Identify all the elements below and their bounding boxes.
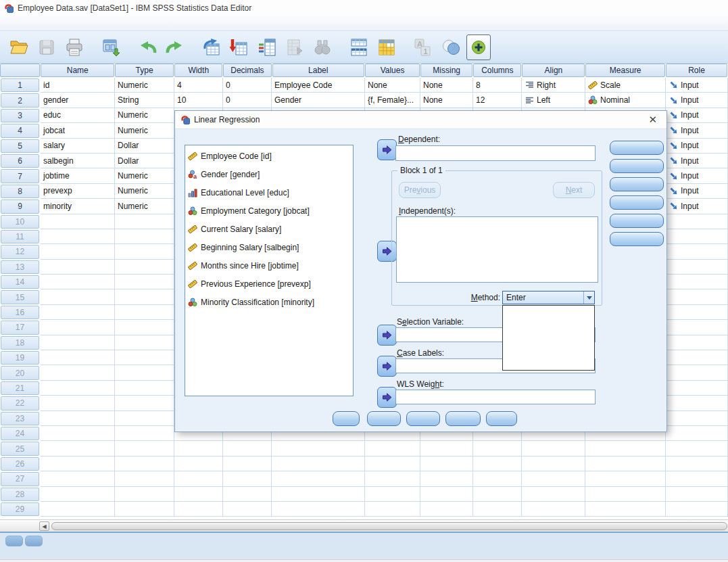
run-descriptives-icon[interactable] (283, 34, 307, 60)
variable-list-item[interactable]: Educational Level [educ] (185, 183, 353, 202)
menu-item[interactable] (30, 22, 43, 26)
row-number[interactable]: 25 (1, 442, 39, 455)
cell-name[interactable] (41, 244, 115, 259)
cell-role[interactable]: Input (666, 154, 728, 168)
cell-measure[interactable] (585, 502, 666, 517)
cell-values[interactable]: None (365, 78, 420, 93)
row-number[interactable]: 21 (1, 381, 39, 395)
cell-name[interactable] (41, 320, 115, 335)
method-option[interactable] (503, 306, 594, 319)
cell-name[interactable] (41, 365, 115, 380)
cell-type[interactable]: Numeric (115, 168, 174, 183)
cell-role[interactable] (666, 456, 728, 471)
cell-label[interactable] (272, 471, 365, 486)
col-header-values[interactable]: Values (365, 64, 420, 77)
cell-name[interactable] (41, 456, 115, 471)
bottom-button[interactable] (406, 411, 440, 426)
col-header-width[interactable]: Width (174, 64, 222, 77)
cell-name[interactable] (41, 289, 115, 304)
cell-measure[interactable] (585, 441, 666, 456)
cell-role[interactable]: Input (666, 184, 728, 199)
cell-name[interactable]: jobcat (41, 123, 115, 138)
cell-values[interactable] (365, 471, 420, 486)
cell-decimals[interactable]: 0 (223, 78, 272, 93)
bottom-button[interactable] (367, 411, 401, 426)
cell-role[interactable]: Input (666, 168, 728, 183)
cell-columns[interactable] (473, 456, 522, 471)
row-number[interactable]: 6 (1, 154, 39, 168)
close-icon[interactable]: ✕ (644, 114, 661, 126)
cell-type[interactable] (115, 396, 174, 411)
cell-type[interactable]: Dollar (115, 139, 174, 154)
cell-label[interactable] (272, 441, 365, 456)
cell-label[interactable]: Employee Code (272, 78, 365, 93)
cell-type[interactable] (115, 487, 174, 502)
side-button[interactable] (610, 195, 664, 210)
variable-list-item[interactable]: Beginning Salary [salbegin] (185, 238, 353, 256)
cell-role[interactable] (666, 305, 728, 320)
cell-type[interactable] (115, 456, 174, 471)
row-number[interactable]: 14 (1, 275, 39, 289)
bottom-button[interactable] (333, 411, 360, 426)
row-number[interactable]: 8 (1, 185, 39, 198)
col-header-type[interactable]: Type (115, 64, 174, 77)
open-file-icon[interactable] (7, 34, 31, 60)
dependent-field[interactable] (395, 145, 596, 161)
method-option[interactable] (503, 331, 594, 344)
row-number[interactable]: 24 (1, 427, 39, 440)
cell-name[interactable]: salary (41, 139, 115, 154)
cell-type[interactable] (115, 229, 174, 244)
cell-name[interactable] (41, 260, 115, 275)
next-button[interactable]: Next (553, 182, 595, 198)
row-number[interactable]: 29 (1, 502, 39, 516)
cell-columns[interactable] (473, 502, 522, 517)
cell-missing[interactable] (420, 456, 473, 471)
cell-label[interactable] (272, 502, 365, 517)
cell-align[interactable]: Left (522, 93, 585, 108)
variable-list-item[interactable]: a Gender [gender] (185, 165, 353, 183)
move-case-labels-button[interactable] (377, 356, 397, 377)
cell-type[interactable] (115, 426, 174, 441)
cell-type[interactable] (115, 320, 174, 335)
cell-columns[interactable] (473, 441, 522, 456)
custom-dialogs-icon[interactable] (466, 34, 491, 60)
row-number[interactable]: 9 (1, 200, 39, 213)
cell-type[interactable]: Numeric (115, 78, 174, 93)
cell-align[interactable] (522, 487, 585, 502)
cell-missing[interactable] (420, 471, 473, 486)
redo-icon[interactable] (163, 34, 187, 60)
cell-label[interactable] (272, 456, 365, 471)
col-header-measure[interactable]: Measure (585, 64, 665, 77)
view-tab[interactable] (25, 536, 43, 546)
scrollbar-thumb[interactable] (51, 522, 727, 530)
cell-role[interactable] (666, 289, 728, 304)
row-number[interactable]: 5 (1, 139, 39, 153)
cell-width[interactable]: 10 (174, 93, 223, 108)
cell-type[interactable] (115, 365, 174, 380)
cell-role[interactable]: Input (666, 199, 728, 214)
menu-item[interactable] (111, 22, 124, 26)
cell-role[interactable]: Input (666, 108, 728, 123)
row-number[interactable]: 18 (1, 336, 39, 350)
cell-measure[interactable]: Scale (585, 78, 666, 93)
use-variable-sets-icon[interactable] (439, 34, 463, 60)
variables-icon[interactable] (255, 34, 279, 60)
col-header-columns[interactable]: Columns (473, 64, 521, 77)
cell-role[interactable]: Input (666, 139, 728, 154)
independent-list[interactable] (396, 216, 598, 283)
cell-decimals[interactable] (223, 441, 272, 456)
row-number[interactable]: 17 (1, 321, 39, 334)
cell-type[interactable] (115, 471, 174, 486)
cell-decimals[interactable] (223, 502, 272, 517)
cell-label[interactable] (272, 487, 365, 502)
cell-role[interactable] (666, 502, 728, 517)
menu-item[interactable] (84, 22, 97, 26)
value-labels-icon[interactable]: A1 (411, 34, 435, 60)
cell-decimals[interactable] (223, 487, 272, 502)
source-variable-list[interactable]: Employee Code [id] a Gender [gender] Edu… (185, 145, 354, 396)
menu-item[interactable] (97, 22, 111, 26)
cell-type[interactable]: Numeric (115, 123, 174, 138)
row-number[interactable]: 20 (1, 366, 39, 379)
row-number[interactable]: 12 (1, 245, 39, 258)
row-number[interactable]: 7 (1, 169, 39, 183)
